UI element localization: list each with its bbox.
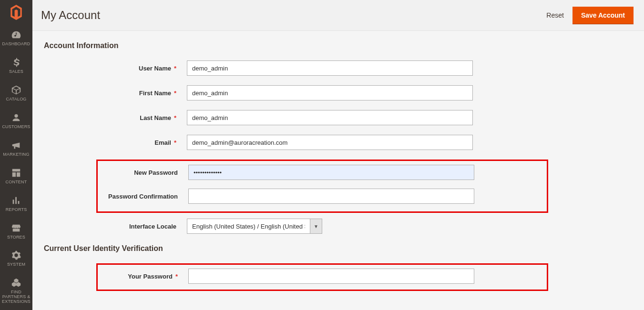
megaphone-icon [11, 140, 21, 150]
sidebar-item-label: CONTENT [6, 180, 27, 185]
locale-label: Interface Locale [129, 223, 176, 230]
reset-button[interactable]: Reset [546, 11, 564, 19]
required-indicator: * [174, 90, 176, 97]
page-actions: Reset Save Account [546, 7, 634, 24]
password-highlight-box: New Password Password Confirmation [96, 160, 548, 213]
sidebar-item-marketing[interactable]: MARKETING [0, 135, 32, 163]
admin-sidebar: DASHBOARD SALES CATALOG CUSTOMERS MARKET… [0, 0, 32, 310]
field-lastname: Last Name * [44, 110, 633, 125]
identity-highlight-box: Your Password * [96, 263, 548, 291]
main-area: My Account Reset Save Account Account In… [32, 0, 644, 310]
magento-logo[interactable] [0, 0, 32, 25]
sidebar-item-partners[interactable]: FIND PARTNERS & EXTENSIONS [0, 273, 32, 310]
your-password-label: Your Password [128, 273, 173, 280]
sidebar-item-label: STORES [7, 235, 25, 240]
section-identity-title: Current User Identity Verification [44, 244, 633, 253]
gauge-icon [11, 30, 21, 40]
field-locale: Interface Locale ▼ [44, 219, 633, 234]
firstname-input[interactable] [187, 85, 473, 100]
field-your-password: Your Password * [98, 269, 547, 284]
sidebar-item-dashboard[interactable]: DASHBOARD [0, 25, 32, 52]
layout-icon [11, 168, 21, 178]
sidebar-item-label: SALES [9, 70, 23, 74]
required-indicator: * [175, 273, 178, 280]
sidebar-item-customers[interactable]: CUSTOMERS [0, 108, 32, 135]
dollar-icon [11, 57, 21, 68]
page-title: My Account [41, 9, 100, 22]
sidebar-item-label: DASHBOARD [2, 42, 31, 47]
locale-select[interactable] [187, 219, 310, 234]
save-account-button[interactable]: Save Account [572, 7, 634, 24]
password-confirmation-label: Password Confirmation [108, 193, 178, 200]
sidebar-item-label: CUSTOMERS [2, 125, 30, 130]
username-input[interactable] [187, 60, 473, 76]
sidebar-item-label: REPORTS [6, 208, 27, 212]
sidebar-item-label: MARKETING [3, 152, 29, 157]
bar-chart-icon [11, 195, 21, 206]
field-username: User Name * [44, 60, 633, 76]
content: Account Information User Name * First Na… [32, 31, 644, 310]
new-password-label: New Password [134, 169, 178, 176]
sidebar-item-label: FIND PARTNERS & EXTENSIONS [1, 290, 31, 304]
sidebar-item-content[interactable]: CONTENT [0, 163, 32, 190]
page-header: My Account Reset Save Account [32, 0, 644, 31]
username-label: User Name [139, 65, 171, 72]
section-account-info-title: Account Information [44, 41, 633, 50]
lastname-input[interactable] [187, 110, 473, 125]
field-password-confirmation: Password Confirmation [98, 189, 547, 204]
firstname-label: First Name [139, 90, 171, 97]
sidebar-item-reports[interactable]: REPORTS [0, 190, 32, 218]
field-firstname: First Name * [44, 85, 633, 100]
sidebar-item-catalog[interactable]: CATALOG [0, 80, 32, 108]
required-indicator: * [174, 65, 176, 72]
person-icon [11, 112, 21, 123]
required-indicator: * [174, 139, 176, 146]
sidebar-item-system[interactable]: SYSTEM [0, 245, 32, 273]
sidebar-item-sales[interactable]: SALES [0, 52, 32, 80]
sidebar-item-stores[interactable]: STORES [0, 218, 32, 246]
sidebar-item-label: CATALOG [6, 97, 26, 102]
field-new-password: New Password [98, 165, 547, 180]
lastname-label: Last Name [140, 114, 171, 121]
store-icon [11, 223, 21, 233]
new-password-input[interactable] [188, 165, 474, 180]
gear-icon [11, 250, 21, 260]
your-password-input[interactable] [188, 269, 474, 284]
password-confirmation-input[interactable] [188, 189, 474, 204]
sidebar-item-label: SYSTEM [7, 262, 25, 267]
email-input[interactable] [187, 135, 473, 150]
box-icon [11, 85, 21, 95]
cubes-icon [11, 278, 21, 288]
field-email: Email * [44, 135, 633, 150]
chevron-down-icon[interactable]: ▼ [310, 219, 322, 234]
required-indicator: * [174, 114, 176, 121]
email-label: Email [154, 139, 171, 146]
